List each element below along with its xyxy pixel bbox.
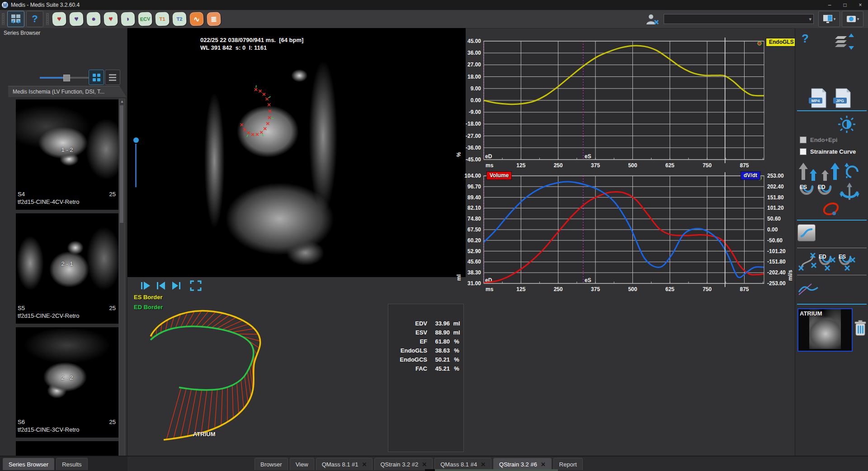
reorder-layers-icon[interactable] (833, 33, 854, 52)
toolbar-grip-2[interactable] (46, 13, 49, 25)
minimize-button[interactable]: – (822, 0, 837, 10)
close-tab-icon[interactable]: ✕ (541, 461, 546, 468)
export-jpg-icon[interactable]: JPG (832, 88, 853, 109)
series-thumbnail-image[interactable]: 2 - 1 (16, 213, 118, 304)
contour-point[interactable] (243, 128, 246, 131)
retrack-icon[interactable] (842, 162, 862, 182)
contour-drawing[interactable] (136, 289, 285, 447)
workspace-tab-browser[interactable]: Browser (255, 458, 288, 470)
workspace-tabs: BrowserViewQMass 8.1 #1✕QStrain 3.2 #2✕Q… (255, 458, 585, 470)
toolbar-grip[interactable] (2, 13, 5, 25)
study-tab[interactable]: Medis Ischemia (LV Function, DSI, T... (8, 86, 127, 97)
series-thumbnail-image[interactable]: 2 - 2 (16, 327, 118, 418)
list-view-button[interactable] (105, 70, 120, 85)
edit-es-contour-icon[interactable]: ES (837, 252, 858, 272)
flow-icon[interactable]: ∿ (189, 12, 204, 26)
user-session-icon[interactable] (645, 13, 660, 25)
export-mp4-icon[interactable]: MP4 (808, 88, 829, 109)
thumbnail-size-slider[interactable] (40, 77, 90, 79)
close-tab-icon[interactable]: ✕ (362, 461, 367, 468)
bottom-bar: Series BrowserResults BrowserViewQMass 8… (0, 456, 868, 471)
strain-chart[interactable]: eDeS45.0036.0027.0018.009.000.00-9.00-18… (454, 36, 802, 172)
contour-point[interactable] (264, 127, 266, 130)
workspace-tab-qmass-8-1-1[interactable]: QMass 8.1 #1✕ (316, 458, 373, 470)
ecv-icon[interactable]: ECV (138, 12, 152, 26)
propagate-icon[interactable] (839, 182, 860, 203)
close-tab-icon[interactable]: ✕ (481, 461, 486, 468)
copy-contour-up2-icon[interactable] (820, 162, 840, 182)
contour-point[interactable] (263, 93, 265, 96)
contour-point[interactable] (256, 133, 259, 136)
contour-point[interactable] (268, 116, 274, 119)
y2-axis-tick: -253.00 (767, 280, 786, 287)
series-thumbnail-card[interactable]: 2 - 1S525tf2d15-CINE-2CV-Retro (16, 213, 118, 324)
t1-icon[interactable]: T1 (155, 12, 170, 26)
slider-handle[interactable] (63, 75, 70, 81)
contour-point[interactable] (241, 123, 243, 126)
results-panel: EDV33.96mlESV88.90mlEF61.80%EndoGLS38.63… (388, 304, 464, 452)
workspace-tab-qstrain-3-2-6[interactable]: QStrain 3.2 #6✕ (493, 458, 552, 470)
series-thumbnail-image[interactable]: 1 - 2 (16, 99, 118, 190)
contour-point[interactable] (266, 96, 271, 100)
layout-views-button[interactable] (7, 11, 24, 27)
t2-icon[interactable]: T2 (172, 12, 187, 26)
scroll-up-icon[interactable]: ▲ (120, 99, 124, 104)
ventricle-icon[interactable]: ♥ (69, 12, 84, 26)
screen-layout-button[interactable]: ▾ (818, 11, 840, 27)
delete-trash-icon[interactable] (854, 320, 867, 336)
workspace-tab-report[interactable]: Report (553, 458, 583, 470)
session-combobox[interactable]: ▾ (664, 14, 814, 24)
frame-slider-handle[interactable] (133, 137, 139, 143)
panel-tab-series-browser[interactable]: Series Browser (3, 458, 54, 470)
workspace-tab-view[interactable]: View (290, 458, 314, 470)
strainrate-checkbox[interactable] (800, 148, 807, 155)
sigmoid-icon (800, 227, 813, 238)
flow-icon-glyph: ∿ (193, 14, 200, 24)
contour-point[interactable] (268, 104, 270, 106)
series-list-scrollbar[interactable]: ▲ ▼ (119, 99, 125, 471)
close-button[interactable]: × (853, 0, 868, 10)
sigmoid-tool-button[interactable] (797, 224, 816, 241)
close-tab-icon[interactable]: ✕ (422, 461, 427, 468)
contour-point[interactable] (266, 122, 269, 125)
es-contour-icon[interactable]: ES (798, 183, 818, 202)
help-icon[interactable]: ? (802, 32, 809, 46)
workspace-tab-qstrain-3-2-2[interactable]: QStrain 3.2 #2✕ (374, 458, 433, 470)
snapshot-button[interactable]: ▾ (842, 11, 863, 27)
edit-ed-contour-icon[interactable]: ED (817, 252, 838, 272)
contour-point[interactable] (247, 132, 250, 137)
atrium-thumbnail[interactable]: ATRIUM (797, 308, 853, 352)
copy-contour-up-icon[interactable] (798, 162, 819, 182)
strain-curve-icon[interactable] (798, 279, 821, 297)
y-axis-tick: 96.70 (467, 184, 481, 190)
help-button[interactable]: ? (26, 11, 43, 27)
ellipse-roi-icon[interactable] (821, 199, 841, 219)
contour-point[interactable] (259, 89, 261, 92)
result-row: FAC45.21% (388, 364, 463, 373)
workspace-tab-qmass-8-1-4[interactable]: QMass 8.1 #4✕ (434, 458, 491, 470)
panel-tab-results[interactable]: Results (56, 458, 87, 470)
lv-heart-icon[interactable]: ♥ (52, 12, 66, 26)
contour-point[interactable] (255, 85, 257, 91)
contour-point[interactable] (269, 110, 271, 113)
endo-epi-option[interactable]: Endo+Epi (800, 137, 837, 143)
frame-slider[interactable] (133, 137, 139, 187)
series-thumbnail-card[interactable]: 2 - 2S625tf2d15-CINE-3CV-Retro (16, 327, 118, 438)
contour-point[interactable] (251, 133, 254, 136)
strainrate-option[interactable]: Strainrate Curve (800, 148, 856, 155)
curve-handle-marker[interactable] (758, 42, 761, 45)
maximize-button[interactable]: □ (837, 0, 853, 10)
volume-chart[interactable]: eDeS104.0096.7089.4082.1074.8067.5060.20… (454, 168, 802, 300)
contour-point[interactable] (260, 131, 263, 137)
report-icon[interactable]: ≣ (207, 12, 221, 26)
mri-image[interactable]: 022/25 22 038/0790/941 ms. [64 bpm]WL 39… (197, 34, 394, 277)
valve-icon[interactable]: ◗ (121, 12, 135, 26)
heart-anatomy-icon[interactable]: ♥ (104, 12, 118, 26)
perfusion-icon[interactable]: ● (86, 12, 101, 26)
edit-points-icon[interactable] (798, 252, 818, 272)
scrollbar-thumb[interactable] (120, 105, 123, 223)
endo-epi-checkbox[interactable] (800, 137, 807, 143)
grid-view-button[interactable] (89, 70, 104, 85)
series-thumbnail-card[interactable]: 1 - 2S425tf2d15-CINE-4CV-Retro (16, 99, 118, 210)
brightness-icon[interactable] (837, 115, 857, 134)
